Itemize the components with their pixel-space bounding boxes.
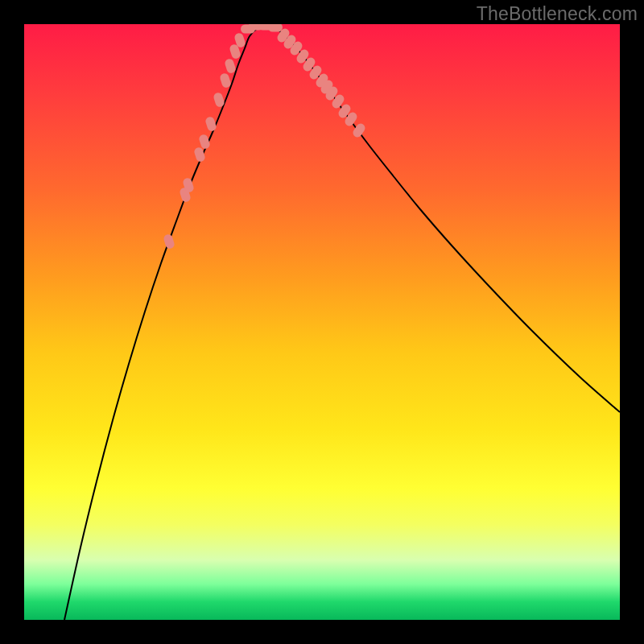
- plot-area: [24, 24, 620, 620]
- curve-marker: [268, 24, 283, 32]
- curve-marker: [193, 147, 206, 163]
- chart-frame: TheBottleneck.com: [0, 0, 644, 644]
- curve-marker: [163, 233, 175, 250]
- marker-group-right: [275, 27, 366, 138]
- curve-marker: [204, 116, 217, 133]
- curve-marker: [198, 134, 211, 151]
- curve-marker: [224, 58, 237, 75]
- curve-svg: [24, 24, 620, 620]
- watermark-text: TheBottleneck.com: [477, 3, 638, 25]
- marker-group-bottom: [241, 24, 283, 34]
- curve-marker: [219, 72, 232, 89]
- marker-group-left: [163, 32, 246, 250]
